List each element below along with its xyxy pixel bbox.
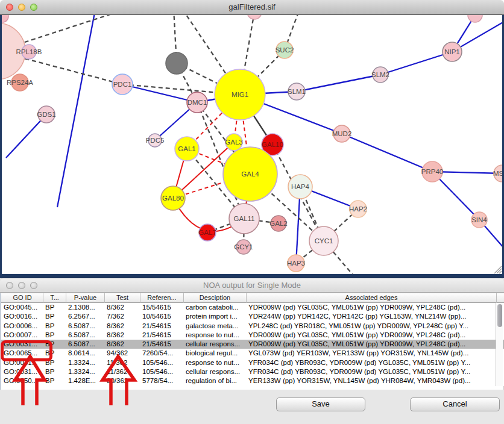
cell-p: 6.5087... (66, 340, 105, 349)
vertical-scrollbar[interactable] (496, 303, 503, 386)
noa-window-titlebar[interactable]: NOA output for Single Mode (0, 278, 504, 293)
node-label: GAL3 (225, 139, 242, 146)
node-label: GAL80 (162, 195, 184, 202)
node-label: CYC1 (315, 237, 333, 245)
cell-desc: response to nut... (184, 331, 247, 340)
cell-p: 2.1308... (66, 303, 105, 312)
column-header-test[interactable]: Test (105, 293, 140, 303)
cell-desc: biological regul... (184, 349, 247, 358)
node-label: GAL10 (262, 141, 283, 148)
node-label: MUD2 (332, 130, 352, 137)
table-header-row: GO IDT...P-valueTestReferen...Desciption… (1, 293, 504, 303)
cell-test: 94/362 (105, 349, 140, 358)
cancel-button[interactable]: Cancel (410, 398, 500, 411)
cell-p: 8.0614... (66, 349, 105, 358)
table-row[interactable]: GO:0065...BP8.0614...94/3627260/54...bio… (1, 349, 504, 358)
table-row[interactable]: GO:0031...BP6.5087...8/36221/54615cellul… (1, 340, 504, 349)
node-label: SIN4 (471, 216, 487, 223)
save-button[interactable]: Save (276, 398, 365, 411)
table-row[interactable]: GO:0031...BP1.3324...11/362105/546...cel… (1, 367, 504, 376)
node-label: DMC1 (187, 99, 207, 106)
cell-type: BP (43, 376, 66, 385)
cell-type: BP (43, 303, 66, 312)
column-header-edges[interactable]: Associated edges (247, 293, 497, 303)
cell-edges: YDR244W (pp) YDR142C, YDR142C (pp) YGL15… (247, 312, 497, 321)
table-row[interactable]: GO:0045...BP2.1308...8/36215/54615carbon… (1, 303, 504, 312)
node-label: HAP4 (291, 183, 310, 190)
cell-edges: YPL248C (pd) YBR018C, YML051W (pp) YDR00… (247, 322, 497, 331)
cell-go: GO:0016... (2, 312, 43, 321)
cell-type: BP (43, 322, 66, 331)
node-label: RPL18B (16, 48, 42, 55)
column-header-go[interactable]: GO ID (2, 293, 43, 303)
cell-edges: YDR009W (pd) YGL035C, YML051W (pp) YDR00… (247, 331, 497, 340)
column-header-desc[interactable]: Desciption (184, 293, 247, 303)
cell-test: 8/362 (105, 322, 140, 331)
cell-desc: response to nut... (184, 358, 247, 367)
cell-desc: protein import i... (184, 312, 247, 321)
cell-go: GO:0031... (2, 367, 43, 376)
column-header-p[interactable]: P-value (66, 293, 105, 303)
table-row[interactable]: GO:0007...BP6.5087...8/36221/54615respon… (1, 331, 504, 340)
cell-type: BP (43, 331, 66, 340)
cell-p: 6.5087... (66, 322, 105, 331)
cell-go: GO:0065... (2, 349, 43, 358)
cell-go: GO:0006... (2, 322, 43, 331)
cell-ref: 10/54615 (140, 312, 184, 321)
cell-desc: galactose meta... (184, 322, 247, 331)
cell-ref: 15/54615 (140, 303, 184, 312)
graph-window-title: galFiltered.sif (0, 2, 504, 11)
graph-window-titlebar[interactable]: galFiltered.sif (0, 0, 504, 14)
node-label: GAL11 (234, 215, 255, 222)
cell-p: 6.2567... (66, 312, 105, 321)
cell-ref: 7260/54... (140, 349, 184, 358)
cell-type: BP (43, 367, 66, 376)
node-label: HAP3 (287, 260, 305, 267)
cell-go: GO:0031... (2, 340, 43, 349)
cell-edges: YGL073W (pd) YER103W, YER133W (pp) YOR31… (247, 349, 497, 358)
table-row[interactable]: GO:0050...BP1.428E...80/3625778/54...reg… (1, 376, 504, 385)
scrollbar-thumb[interactable] (497, 304, 502, 327)
cell-test: 80/362 (105, 376, 140, 385)
cell-desc: cellular respons... (184, 340, 247, 349)
cell-ref: 105/546... (140, 358, 184, 367)
cell-test: 8/362 (105, 331, 140, 340)
node-label: MIG1 (232, 91, 248, 98)
cell-go: GO:0031... (2, 358, 43, 367)
cell-type: BP (43, 349, 66, 358)
table-row[interactable]: GO:0031...BP1.3324...11/362105/546...res… (1, 358, 504, 367)
cell-type: BP (43, 312, 66, 321)
cell-desc: carbon cataboli... (184, 303, 247, 312)
table-row[interactable]: GO:0016...BP6.2567...7/36210/54615protei… (1, 312, 504, 321)
node-label: NIP1 (444, 48, 460, 55)
graph-window: galFiltered.sif RPL18BRPS24AGDS1PDC1DMC1… (0, 0, 504, 278)
cell-go: GO:0007... (2, 331, 43, 340)
node-label: GAL4 (241, 170, 259, 178)
noa-window-title: NOA output for Single Mode (0, 281, 504, 290)
table-body: GO:0045...BP2.1308...8/36215/54615carbon… (1, 303, 504, 386)
node-label: GAL2 (269, 220, 287, 227)
node-label: SLM2 (371, 71, 389, 78)
cell-test: 8/362 (105, 340, 140, 349)
cell-desc: cellular respons... (184, 367, 247, 376)
node-label: RPS24A (7, 79, 33, 86)
cell-ref: 21/54615 (140, 340, 184, 349)
cell-ref: 21/54615 (140, 331, 184, 340)
network-canvas[interactable]: RPL18BRPS24AGDS1PDC1DMC1MIG1SUC2SLM1SLM2… (0, 14, 504, 278)
cell-ref: 21/54615 (140, 322, 184, 331)
node-label: SLM1 (288, 88, 306, 95)
cell-type: BP (43, 340, 66, 349)
network-node-gray1[interactable] (166, 52, 187, 74)
cell-desc: regulation of bi... (184, 376, 247, 385)
cell-edges: YDR009W (pd) YGL035C, YML051W (pp) YDR00… (247, 303, 497, 312)
column-header-type[interactable]: T... (43, 293, 66, 303)
node-label: GAL1 (178, 145, 195, 152)
cell-p: 1.3324... (66, 367, 105, 376)
table-row[interactable]: GO:0006...BP6.5087...8/36221/54615galact… (1, 322, 504, 331)
cell-test: 7/362 (105, 312, 140, 321)
cell-ref: 5778/54... (140, 376, 184, 385)
cell-p: 6.5087... (66, 331, 105, 340)
cell-p: 1.3324... (66, 358, 105, 367)
node-label: HAP2 (349, 205, 367, 213)
column-header-ref[interactable]: Referen... (140, 293, 184, 303)
